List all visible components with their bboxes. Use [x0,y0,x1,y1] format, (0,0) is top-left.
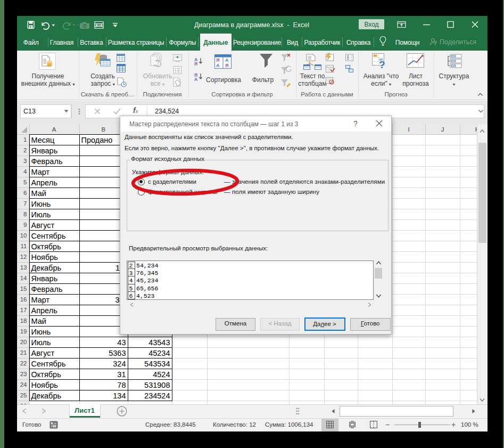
svg-text:А: А [194,77,197,81]
svg-text:Я: Я [194,61,197,66]
svg-text:Я: Я [225,63,228,68]
svg-text:А: А [225,58,229,63]
svg-text:?: ? [379,59,385,70]
svg-text:Я: Я [216,58,219,63]
svg-text:А: А [216,63,220,68]
